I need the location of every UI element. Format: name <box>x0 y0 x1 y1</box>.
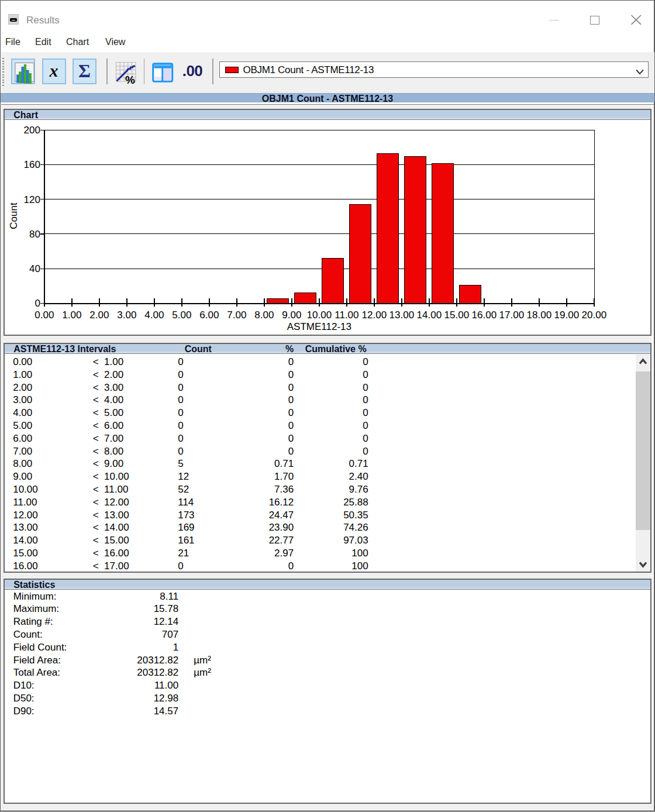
svg-text:%: % <box>125 74 135 86</box>
